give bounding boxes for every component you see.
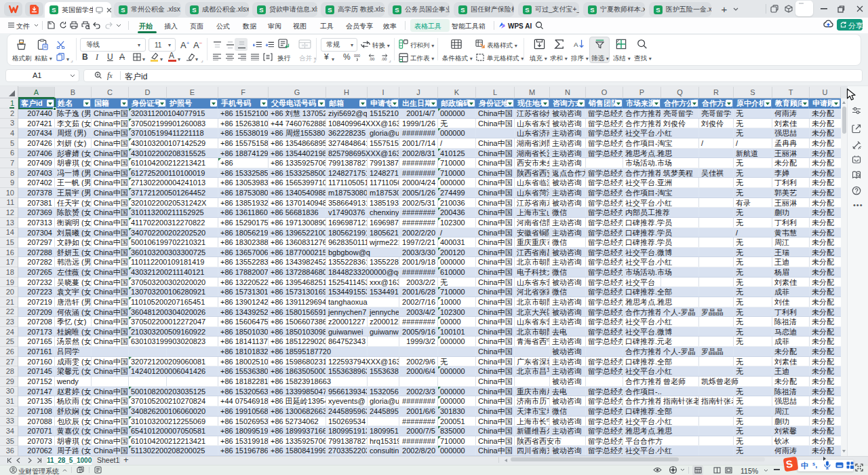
- svg-text:.00: .00: [381, 57, 387, 61]
- svg-text:A: A: [574, 41, 578, 48]
- svg-text:.00: .00: [369, 57, 375, 61]
- svg-text:000: 000: [354, 54, 360, 58]
